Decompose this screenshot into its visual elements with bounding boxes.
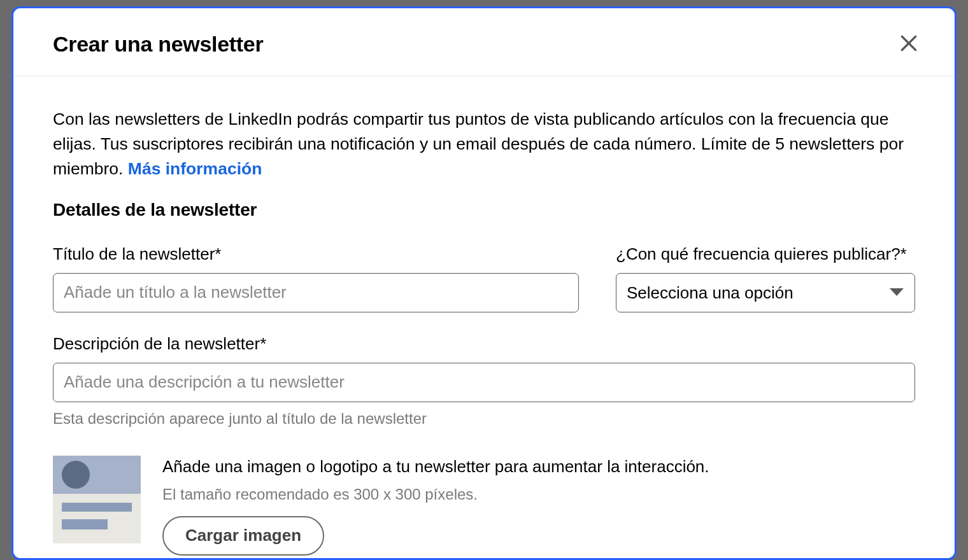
learn-more-link[interactable]: Más información <box>128 159 262 178</box>
image-placeholder-icon <box>53 456 141 543</box>
newsletter-title-input[interactable] <box>53 273 579 312</box>
title-label: Título de la newsletter* <box>53 244 579 264</box>
image-placeholder-avatar <box>62 461 90 489</box>
intro-paragraph: Con las newsletters de LinkedIn podrás c… <box>53 107 915 182</box>
modal-body: Con las newsletters de LinkedIn podrás c… <box>13 76 955 556</box>
image-placeholder-line2 <box>62 519 108 529</box>
description-label: Descripción de la newsletter* <box>53 334 915 354</box>
close-icon <box>899 33 919 55</box>
frequency-select-wrapper: Selecciona una opción <box>616 273 915 312</box>
image-upload-content: Añade una imagen o logotipo a tu newslet… <box>162 456 709 556</box>
form-row-title-frequency: Título de la newsletter* ¿Con qué frecue… <box>53 244 915 312</box>
image-upload-section: Añade una imagen o logotipo a tu newslet… <box>53 456 915 556</box>
description-field-group: Descripción de la newsletter* Esta descr… <box>53 334 915 428</box>
newsletter-description-input[interactable] <box>53 363 915 402</box>
frequency-label: ¿Con qué frecuencia quieres publicar?* <box>616 244 915 264</box>
image-upload-subtitle: El tamaño recomendado es 300 x 300 píxel… <box>162 486 709 503</box>
modal-title: Crear una newsletter <box>53 32 263 57</box>
image-placeholder-line1 <box>62 503 132 512</box>
description-helper-text: Esta descripción aparece junto al título… <box>53 410 915 428</box>
modal-header: Crear una newsletter <box>13 8 955 76</box>
create-newsletter-modal: Crear una newsletter Con las newsletters… <box>11 6 957 560</box>
close-button[interactable] <box>895 30 923 58</box>
frequency-select[interactable]: Selecciona una opción <box>616 273 915 312</box>
frequency-field-group: ¿Con qué frecuencia quieres publicar?* S… <box>616 244 915 312</box>
upload-image-button[interactable]: Cargar imagen <box>162 516 324 556</box>
image-placeholder-banner <box>53 456 141 494</box>
image-upload-title: Añade una imagen o logotipo a tu newslet… <box>162 457 709 477</box>
newsletter-details-heading: Detalles de la newsletter <box>53 200 915 220</box>
title-field-group: Título de la newsletter* <box>53 244 579 312</box>
